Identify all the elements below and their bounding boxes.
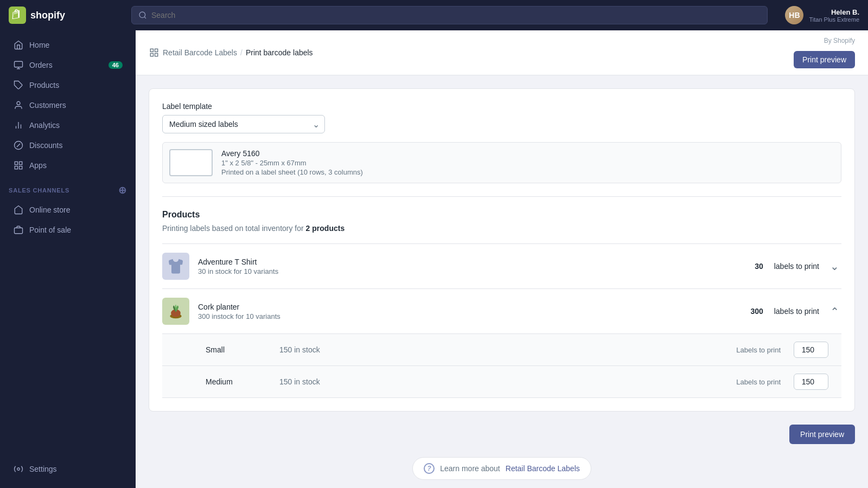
orders-badge: 46 [108,61,123,69]
variant-labels-label-medium: Labels to print [736,378,781,386]
sidebar-item-label: Point of sale [29,226,71,234]
help-link[interactable]: Retail Barcode Labels [506,464,580,473]
pos-icon [13,224,24,235]
labels-count-planter: 300 [750,307,763,316]
discounts-icon [13,140,24,151]
app-icon [149,47,159,58]
products-icon [13,80,24,91]
user-area: HB Helen B. Titan Plus Extreme [785,6,859,24]
label-size: 1" x 2 5/8" - 25mm x 67mm [221,159,834,167]
add-channel-button[interactable]: ⊕ [118,184,127,196]
content-header: Retail Barcode Labels / Print barcode la… [136,30,868,75]
sidebar-item-customers[interactable]: Customers [4,95,131,115]
sidebar-item-label: Home [29,41,49,49]
search-bar[interactable] [131,6,768,24]
products-title: Products [162,210,841,220]
top-bar: shopify HB Helen B. Titan Plus Extreme [0,0,868,30]
product-stock-planter: 300 instock for 10 variants [198,312,742,320]
label-preview [169,149,213,176]
sidebar-item-apps[interactable]: Apps [4,156,131,175]
label-sheet-info: Printed on a label sheet (10 rows, 3 col… [221,168,834,176]
svg-rect-17 [150,49,153,52]
breadcrumb-separator: / [240,48,242,57]
sidebar-item-products[interactable]: Products [4,75,131,95]
breadcrumb-app-name[interactable]: Retail Barcode Labels [163,48,237,57]
user-name: Helen B. [809,8,859,16]
customers-icon [13,100,24,111]
product-row-tshirt: Adventure T Shirt 30 in stock for 10 var… [162,243,841,288]
content-area: Retail Barcode Labels / Print barcode la… [136,30,868,488]
sidebar-item-label: Apps [29,161,47,170]
sidebar: Home Orders 46 Products [0,30,136,488]
analytics-icon [13,120,24,131]
sidebar-item-settings[interactable]: Settings [4,459,131,479]
sidebar-item-home[interactable]: Home [4,35,131,55]
sidebar-nav: Home Orders 46 Products [0,30,136,245]
sidebar-item-orders[interactable]: Orders 46 [4,55,131,75]
labels-count-tshirt: 30 [755,262,763,271]
logo-text: shopify [30,10,65,21]
variant-row-medium: Medium 150 in stock Labels to print [162,366,841,398]
variant-row-small: Small 150 in stock Labels to print [162,334,841,366]
home-icon [13,40,24,50]
shopify-logo-icon [9,7,26,24]
sidebar-item-online-store[interactable]: Online store [4,200,131,220]
svg-rect-19 [155,54,158,56]
sidebar-item-label: Orders [29,61,53,69]
label-template-select-wrapper[interactable]: Small labels Medium sized labels Large l… [162,115,325,133]
labels-suffix-tshirt: labels to print [774,262,819,271]
user-info: Helen B. Titan Plus Extreme [809,8,859,23]
store-icon [13,204,24,215]
collapse-planter-button[interactable]: ⌄ [828,303,841,320]
sidebar-item-discounts[interactable]: Discounts [4,136,131,155]
variant-stock-medium: 150 in stock [279,377,727,386]
svg-point-3 [17,101,20,105]
header-actions: By Shopify Print preview [794,37,855,68]
sales-channels-section: SALES CHANNELS ⊕ [0,176,136,200]
variant-rows: Small 150 in stock Labels to print Mediu… [162,333,841,398]
sidebar-item-pos[interactable]: Point of sale [4,220,131,240]
subtitle-prefix: Printing labels based on total inventory… [162,224,306,233]
bottom-action: Print preview [149,425,855,444]
products-subtitle: Printing labels based on total inventory… [162,224,841,233]
product-row-planter: Cork planter 300 instock for 10 variants… [162,288,841,333]
sidebar-bottom: Settings [0,454,136,488]
svg-rect-14 [15,166,17,169]
apps-icon [13,160,24,171]
product-info-tshirt: Adventure T Shirt 30 in stock for 10 var… [198,258,746,275]
variant-labels-input-medium[interactable] [794,374,828,390]
svg-rect-13 [20,166,22,169]
variant-stock-small: 150 in stock [279,345,727,354]
sidebar-item-analytics[interactable]: Analytics [4,115,131,135]
section-divider [162,196,841,197]
print-preview-button-bottom[interactable]: Print preview [789,425,855,444]
sidebar-item-label: Products [29,81,59,89]
print-preview-button-top[interactable]: Print preview [794,51,855,68]
search-input[interactable] [151,11,761,20]
product-image-tshirt [162,253,189,280]
variant-labels-input-small[interactable] [794,342,828,358]
sales-channels-label: SALES CHANNELS [9,187,69,194]
page-content: Label template Small labels Medium sized… [136,75,868,488]
product-image-planter [162,298,189,325]
svg-rect-15 [15,228,23,234]
product-labels-planter: 300 labels to print [750,307,819,316]
label-details: Avery 5160 1" x 2 5/8" - 25mm x 67mm Pri… [221,149,834,176]
help-bar: ? Learn more about Retail Barcode Labels [149,457,855,480]
breadcrumb: Retail Barcode Labels / Print barcode la… [149,47,313,58]
product-count: 2 products [306,224,345,233]
variant-name-small: Small [206,345,271,354]
label-template-select[interactable]: Small labels Medium sized labels Large l… [162,115,325,133]
svg-rect-12 [20,162,22,164]
sidebar-item-label: Online store [29,206,70,214]
user-store: Titan Plus Extreme [809,16,859,23]
logo-area: shopify [9,7,123,24]
product-info-planter: Cork planter 300 instock for 10 variants [198,303,742,320]
product-labels-tshirt: 30 labels to print [755,262,819,271]
expand-tshirt-button[interactable]: ⌄ [828,258,841,275]
breadcrumb-current: Print barcode labels [246,48,313,57]
sidebar-item-label: Discounts [29,141,62,150]
svg-rect-11 [15,162,17,164]
help-icon: ? [424,463,435,474]
labels-suffix-planter: labels to print [774,307,819,316]
